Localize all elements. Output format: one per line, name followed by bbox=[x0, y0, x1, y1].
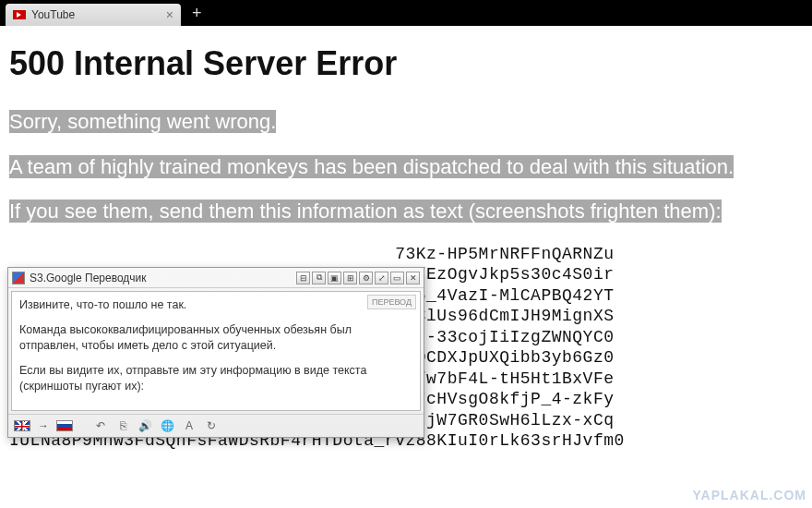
new-tab-button[interactable]: + bbox=[181, 4, 213, 26]
flag-uk-icon[interactable] bbox=[14, 420, 30, 431]
youtube-favicon-icon bbox=[13, 10, 26, 19]
translator-title: S3.Google Переводчик bbox=[30, 272, 296, 284]
translator-footer: → ↶ ⎘ 🔊 🌐 A ↻ bbox=[8, 414, 424, 437]
win-btn-0[interactable]: ⊟ bbox=[296, 272, 310, 284]
arrow-right-icon: → bbox=[38, 419, 49, 432]
win-btn-5[interactable]: ⤢ bbox=[375, 272, 388, 284]
translator-app-icon bbox=[12, 272, 25, 284]
footer-copy-button[interactable]: ⎘ bbox=[115, 418, 130, 433]
win-btn-1[interactable]: ⧉ bbox=[312, 272, 326, 284]
browser-tab-youtube[interactable]: YouTube × bbox=[6, 4, 181, 26]
translator-body: ПЕРЕВОД Извините, что-то пошло не так. К… bbox=[11, 291, 421, 411]
footer-globe-button[interactable]: 🌐 bbox=[160, 418, 174, 433]
footer-font-button[interactable]: A bbox=[182, 418, 197, 433]
translated-line1: Извините, что-то пошло не так. bbox=[19, 297, 412, 313]
win-btn-close[interactable]: ✕ bbox=[406, 272, 420, 284]
tab-title: YouTube bbox=[31, 8, 75, 21]
tab-close-button[interactable]: × bbox=[166, 7, 173, 22]
error-text-line2: A team of highly trained monkeys has bee… bbox=[9, 155, 734, 178]
win-btn-3[interactable]: ⊞ bbox=[343, 272, 357, 284]
flag-ru-icon[interactable] bbox=[56, 420, 73, 431]
footer-refresh-button[interactable]: ↻ bbox=[204, 418, 219, 433]
translator-window-buttons: ⊟ ⧉ ▣ ⊞ ⚙ ⤢ ▭ ✕ bbox=[296, 272, 420, 284]
footer-back-button[interactable]: ↶ bbox=[93, 418, 108, 433]
translated-line2: Команда высококвалифицированных обученны… bbox=[19, 322, 412, 354]
translated-line3: Если вы видите их, отправьте им эту инфо… bbox=[19, 363, 412, 394]
browser-tab-bar: YouTube × + bbox=[0, 0, 812, 26]
win-btn-6[interactable]: ▭ bbox=[390, 272, 404, 284]
translator-popup[interactable]: S3.Google Переводчик ⊟ ⧉ ▣ ⊞ ⚙ ⤢ ▭ ✕ ПЕР… bbox=[7, 267, 424, 438]
error-heading: 500 Internal Server Error bbox=[9, 44, 805, 83]
error-text-line3: If you see them, send them this informat… bbox=[9, 200, 722, 223]
win-btn-4[interactable]: ⚙ bbox=[359, 272, 373, 284]
error-text-line1: Sorry, something went wrong. bbox=[9, 110, 276, 133]
watermark: YAPLAKAL.COM bbox=[693, 488, 807, 502]
win-btn-2[interactable]: ▣ bbox=[328, 272, 341, 284]
translator-titlebar[interactable]: S3.Google Переводчик ⊟ ⧉ ▣ ⊞ ⚙ ⤢ ▭ ✕ bbox=[8, 268, 424, 288]
footer-speak-button[interactable]: 🔊 bbox=[137, 418, 152, 433]
translate-tag-button[interactable]: ПЕРЕВОД bbox=[367, 295, 416, 309]
